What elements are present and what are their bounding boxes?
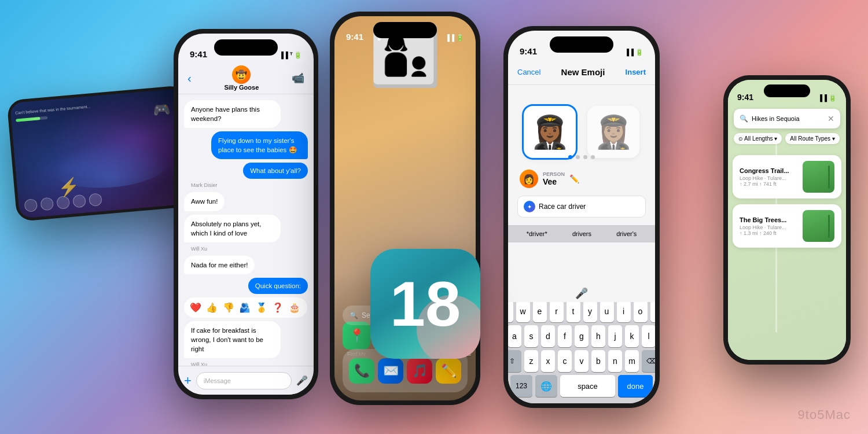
key-h[interactable]: h [591,325,605,347]
key-k[interactable]: k [625,325,639,347]
key-123[interactable]: 123 [510,375,532,397]
game-explosion: ⚡ [57,176,80,198]
emoji-insert-button[interactable]: Insert [626,68,646,76]
maps-search-bar[interactable]: 🔍 Hikes in Sequoia ✕ [734,109,840,128]
key-d[interactable]: d [541,325,555,347]
suggestion-2[interactable]: drivers [572,230,591,237]
key-w[interactable]: w [516,300,530,322]
key-backspace[interactable]: ⌫ [642,350,655,372]
ai-icon: ✦ [524,201,535,212]
key-u[interactable]: u [600,300,614,322]
maps-status-bar: 9:41 ▐▐ 🔋 [728,80,846,105]
home-status-bar: 9:41 ▐▐ 🔋 [334,16,476,45]
add-attachment-button[interactable]: + [184,373,192,388]
suggestion-1[interactable]: *driver* [527,230,547,237]
key-shift[interactable]: ⇧ [508,350,521,372]
key-z[interactable]: z [524,350,538,372]
person-tag: PERSON [543,171,565,177]
route-type-filter[interactable]: All Route Types ▾ [785,133,840,144]
key-done[interactable]: done [618,375,653,397]
contact-avatar: 🤠 [232,65,251,84]
msg-6: Nada for me either! [184,256,255,274]
emoji-prompt-text: Race car driver [539,203,586,211]
result-1-info: Congress Trail... Loop Hike · Tulare... … [740,167,797,187]
ios18-number: 18 [390,272,461,336]
sender-will: Will Xu [184,246,308,252]
maps-status-icons: ▐▐ 🔋 [818,94,837,102]
key-f[interactable]: f [558,325,572,347]
key-x[interactable]: x [541,350,555,372]
keyboard-row-2: a s d f g h j k l [510,325,653,347]
emoji-suggestions-bar: *driver* drivers driver's [508,225,655,242]
result-1-subtitle: Loop Hike · Tulare... [740,175,797,181]
key-a[interactable]: a [508,325,521,347]
key-q[interactable]: q [508,300,513,322]
edit-person-button[interactable]: ✏️ [569,174,579,183]
emoji-status-icons: ▐▐ 🔋 [624,49,643,56]
maps-search-text: Hikes in Sequoia [752,115,824,122]
msg-1: Anyone have plans this weekend? [184,100,281,128]
length-filter-label: All Lengths ▾ [744,135,777,142]
key-j[interactable]: j [608,325,622,347]
emoji-cancel-button[interactable]: Cancel [517,68,540,76]
key-y[interactable]: y [583,300,597,322]
messages-status-time: 9:41 [190,49,207,59]
message-input-bar: + iMessage 🎤 [178,366,314,395]
dock-notes[interactable]: ✏️ [436,358,461,384]
dock-phone-icon: 📞 [349,358,374,384]
emoji-prompt-field[interactable]: ✦ Race car driver [517,196,646,218]
msg-4: Aww fun! [184,192,225,211]
dock-phone[interactable]: 📞 [349,358,374,384]
key-o[interactable]: o [634,300,648,322]
msg-2: Flying down to my sister's place to see … [211,131,308,159]
emoji-preview-1[interactable]: 👩🏾‍✈️ [524,106,576,158]
maps-result-1[interactable]: Congress Trail... Loop Hike · Tulare... … [733,155,841,198]
key-space[interactable]: space [560,375,615,397]
key-b[interactable]: b [591,350,605,372]
back-button[interactable]: ‹ [187,72,192,85]
game-character: 🎮 [152,101,171,119]
emoji-creator-title: New Emoji [561,67,605,77]
emoji-person-section: 👩 PERSON Vee ✏️ [520,170,591,188]
video-call-button[interactable]: 📹 [292,72,304,84]
route-filter-label: All Route Types ▾ [790,135,835,142]
hud-icon-1 [24,198,38,212]
key-t[interactable]: t [567,300,580,322]
mic-button[interactable]: 🎤 [296,375,308,386]
dock-notes-icon: ✏️ [436,358,461,384]
mic-icon[interactable]: 🎤 [575,287,588,300]
key-v[interactable]: v [575,350,589,372]
key-i[interactable]: i [617,300,631,322]
dock-music[interactable]: 🎵 [407,358,432,384]
key-m[interactable]: m [625,350,639,372]
sender-will-2: Will Xu [184,362,308,366]
hud-icon-2 [40,197,54,211]
phone-maps: 9:41 ▐▐ 🔋 🔍 Hikes in Sequoia ✕ ⊙ All Len… [723,75,851,365]
key-r[interactable]: r [550,300,564,322]
message-input-field[interactable]: iMessage [196,372,292,389]
key-emoji[interactable]: 🌐 [535,375,557,397]
emoji-preview-2[interactable]: 👩🏽‍✈️ [587,106,639,158]
home-status-icons: ▐▐ 🔋 [445,34,464,42]
dock-mail[interactable]: ✉️ [378,358,403,384]
emoji-status-time: 9:41 [520,46,537,56]
key-c[interactable]: c [558,350,572,372]
emoji-tapback-row: ❤️ 👍 👎 🫂 🥇 ❓ 🎂 [184,297,307,318]
key-s[interactable]: s [524,325,538,347]
message-placeholder: iMessage [204,377,231,384]
dock-music-icon: 🎵 [407,358,432,384]
emoji-creator-header: Cancel New Emoji Insert [508,60,655,85]
result-2-info: The Big Trees... Loop Hike · Tulare... ↑… [740,216,797,236]
maps-close-button[interactable]: ✕ [827,114,834,123]
person-name: Vee [543,177,565,186]
contact-name: Silly Goose [224,84,259,91]
location-icon: ⊙ [738,136,743,142]
key-g[interactable]: g [575,325,589,347]
key-e[interactable]: e [533,300,547,322]
length-filter[interactable]: ⊙ All Lengths ▾ [734,133,782,144]
key-l[interactable]: l [642,325,655,347]
key-n[interactable]: n [608,350,622,372]
suggestion-3[interactable]: driver's [616,230,637,237]
maps-result-2[interactable]: The Big Trees... Loop Hike · Tulare... ↑… [733,204,841,248]
key-p[interactable]: p [650,300,656,322]
